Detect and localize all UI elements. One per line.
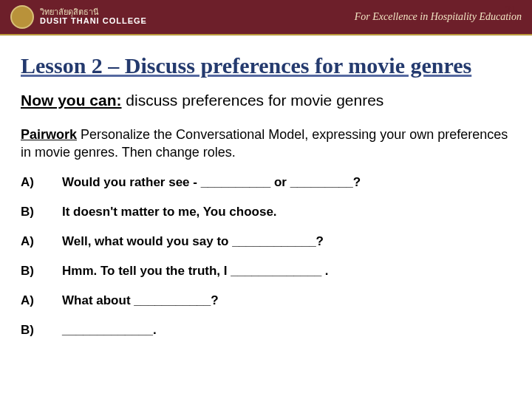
pairwork-lead: Pairwork bbox=[21, 127, 77, 142]
header-bar: วิทยาลัยดุสิตธานี DUSIT THANI COLLEGE Fo… bbox=[0, 0, 532, 34]
page-number: 21 bbox=[505, 4, 516, 16]
header-divider bbox=[0, 34, 532, 35]
dialogue-line: What about ___________? bbox=[62, 293, 219, 308]
dialogue-speaker: B) bbox=[21, 323, 62, 338]
pairwork-instruction: Pairwork Personalize the Conversational … bbox=[21, 126, 511, 162]
dialogue-speaker: A) bbox=[21, 293, 62, 308]
dialogue-row: B) _____________. bbox=[21, 323, 511, 338]
dialogue-speaker: A) bbox=[21, 175, 62, 190]
dialogue-speaker: A) bbox=[21, 234, 62, 249]
now-you-can-line: Now you can: discuss preferences for mov… bbox=[21, 92, 511, 109]
pairwork-text: Personalize the Conversational Model, ex… bbox=[21, 127, 508, 160]
dialogue-line: Hmm. To tell you the truth, I __________… bbox=[62, 264, 329, 279]
dialogue-line: _____________. bbox=[62, 323, 157, 338]
dialogue-line: It doesn't matter to me, You choose. bbox=[62, 205, 277, 219]
college-name-english: DUSIT THANI COLLEGE bbox=[40, 17, 147, 26]
dialogue-block: A) Would you rather see - __________ or … bbox=[21, 175, 511, 338]
slide-content: Lesson 2 – Discuss preferences for movie… bbox=[0, 41, 532, 338]
college-logo-block: วิทยาลัยดุสิตธานี DUSIT THANI COLLEGE bbox=[10, 5, 147, 29]
lesson-title: Lesson 2 – Discuss preferences for movie… bbox=[21, 53, 511, 78]
college-seal-icon bbox=[10, 5, 34, 29]
dialogue-row: B) It doesn't matter to me, You choose. bbox=[21, 205, 511, 219]
dialogue-speaker: B) bbox=[21, 264, 62, 279]
dialogue-row: B) Hmm. To tell you the truth, I _______… bbox=[21, 264, 511, 279]
college-name: วิทยาลัยดุสิตธานี DUSIT THANI COLLEGE bbox=[40, 8, 147, 25]
now-you-can-text: discuss preferences for movie genres bbox=[122, 92, 384, 109]
dialogue-line: Would you rather see - __________ or ___… bbox=[62, 175, 361, 190]
dialogue-row: A) What about ___________? bbox=[21, 293, 511, 308]
dialogue-line: Well, what would you say to ____________… bbox=[62, 234, 324, 249]
college-slogan: For Excellence in Hospitality Education bbox=[355, 11, 522, 23]
now-you-can-lead: Now you can: bbox=[21, 92, 122, 109]
header-right: For Excellence in Hospitality Education bbox=[355, 11, 522, 23]
dialogue-row: A) Well, what would you say to _________… bbox=[21, 234, 511, 249]
dialogue-row: A) Would you rather see - __________ or … bbox=[21, 175, 511, 190]
dialogue-speaker: B) bbox=[21, 205, 62, 219]
